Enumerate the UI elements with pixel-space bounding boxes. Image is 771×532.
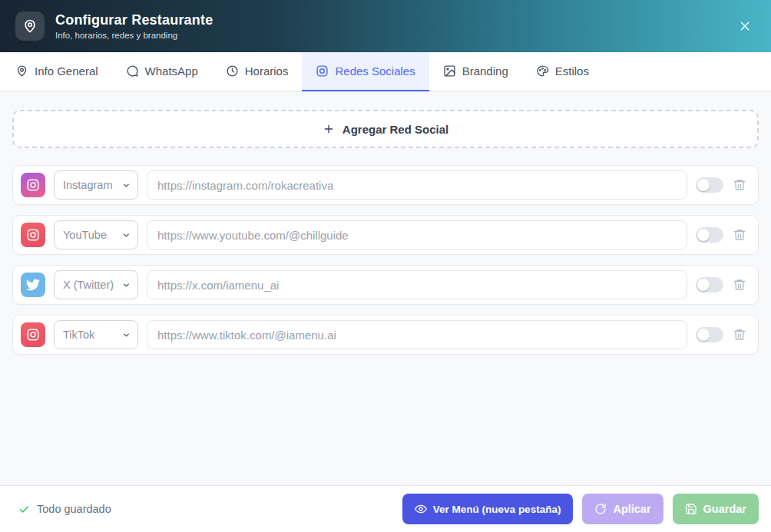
- instagram-icon: [21, 173, 45, 197]
- toggle-knob: [697, 279, 710, 291]
- tab-label: Horarios: [245, 64, 289, 78]
- save-status-label: Todo guardado: [37, 503, 111, 515]
- delete-icon[interactable]: [732, 327, 747, 342]
- network-select[interactable]: TikTok: [54, 320, 138, 349]
- url-input[interactable]: [147, 270, 687, 299]
- chevron-down-icon: [122, 331, 131, 339]
- chevron-down-icon: [122, 281, 131, 289]
- page-title: Configurar Restaurante: [55, 12, 213, 28]
- footer-buttons: Ver Menú (nueva pestaña) Aplicar Guardar: [402, 494, 759, 524]
- image-icon: [443, 64, 456, 78]
- plus-icon: [323, 123, 335, 135]
- social-network-row: YouTube: [12, 215, 759, 255]
- toggle-knob: [697, 329, 710, 341]
- toggle-knob: [697, 179, 710, 191]
- modal-header: Configurar Restaurante Info, horarios, r…: [0, 0, 771, 52]
- delete-icon[interactable]: [732, 277, 747, 292]
- tab-label: Estilos: [555, 64, 589, 78]
- pin-icon: [15, 64, 28, 78]
- tiktok-icon: [21, 322, 45, 347]
- social-networks-panel: Agregar Red Social Instagram: [0, 92, 771, 485]
- configure-restaurant-modal: Configurar Restaurante Info, horarios, r…: [0, 0, 771, 532]
- save-icon: [685, 503, 697, 515]
- save-status: Todo guardado: [18, 503, 111, 515]
- add-button-label: Agregar Red Social: [342, 123, 448, 136]
- network-select[interactable]: X (Twitter): [54, 270, 138, 299]
- tab-estilos[interactable]: Estilos: [522, 52, 603, 91]
- close-icon[interactable]: [734, 15, 756, 37]
- twitter-icon: [21, 273, 45, 297]
- enabled-toggle[interactable]: [696, 277, 723, 292]
- view-menu-label: Ver Menú (nueva pestaña): [433, 504, 561, 515]
- modal-footer: Todo guardado Ver Menú (nueva pestaña) A…: [0, 485, 771, 532]
- enabled-toggle[interactable]: [696, 227, 723, 243]
- tab-label: Redes Sociales: [335, 64, 415, 78]
- clock-icon: [226, 64, 239, 78]
- url-input[interactable]: [147, 220, 687, 249]
- location-pin-icon: [15, 12, 45, 41]
- tab-label: Branding: [462, 64, 508, 78]
- enabled-toggle[interactable]: [696, 177, 723, 193]
- tab-redes-sociales[interactable]: Redes Sociales: [302, 52, 429, 91]
- url-input[interactable]: [147, 320, 687, 349]
- enabled-toggle[interactable]: [696, 327, 723, 342]
- save-label: Guardar: [703, 503, 746, 515]
- chevron-down-icon: [122, 181, 131, 190]
- url-input[interactable]: [147, 170, 687, 200]
- tab-label: Info General: [35, 64, 98, 78]
- apply-button[interactable]: Aplicar: [582, 494, 663, 524]
- check-icon: [18, 504, 30, 515]
- network-select-value: Instagram: [63, 179, 112, 191]
- youtube-icon: [21, 223, 45, 247]
- social-icon: [316, 64, 329, 78]
- palette-icon: [536, 64, 549, 78]
- network-select[interactable]: YouTube: [54, 220, 138, 249]
- tab-horarios[interactable]: Horarios: [212, 52, 303, 91]
- delete-icon[interactable]: [732, 177, 747, 193]
- page-subtitle: Info, horarios, redes y branding: [55, 31, 213, 40]
- save-button[interactable]: Guardar: [673, 494, 759, 524]
- tab-whatsapp[interactable]: WhatsApp: [112, 52, 212, 91]
- header-text: Configurar Restaurante Info, horarios, r…: [55, 12, 213, 40]
- network-select-value: TikTok: [63, 329, 94, 341]
- eye-icon: [415, 503, 427, 515]
- apply-label: Aplicar: [613, 503, 650, 515]
- social-network-list: Instagram: [12, 165, 759, 355]
- tab-branding[interactable]: Branding: [429, 52, 522, 91]
- add-social-network-button[interactable]: Agregar Red Social: [12, 110, 759, 148]
- delete-icon[interactable]: [732, 227, 747, 243]
- network-select[interactable]: Instagram: [54, 170, 138, 200]
- tab-info-general[interactable]: Info General: [2, 52, 112, 91]
- chevron-down-icon: [122, 231, 131, 240]
- refresh-icon: [594, 503, 607, 515]
- toggle-knob: [697, 229, 710, 241]
- tab-bar: Info General WhatsApp Horarios Redes Soc…: [0, 52, 771, 92]
- social-network-row: TikTok: [12, 315, 759, 355]
- network-select-value: X (Twitter): [63, 279, 114, 291]
- social-network-row: Instagram: [12, 165, 759, 205]
- network-select-value: YouTube: [63, 229, 107, 241]
- view-menu-button[interactable]: Ver Menú (nueva pestaña): [402, 494, 574, 524]
- tab-label: WhatsApp: [145, 64, 198, 78]
- chat-bubble-icon: [126, 64, 139, 78]
- social-network-row: X (Twitter): [12, 265, 759, 305]
